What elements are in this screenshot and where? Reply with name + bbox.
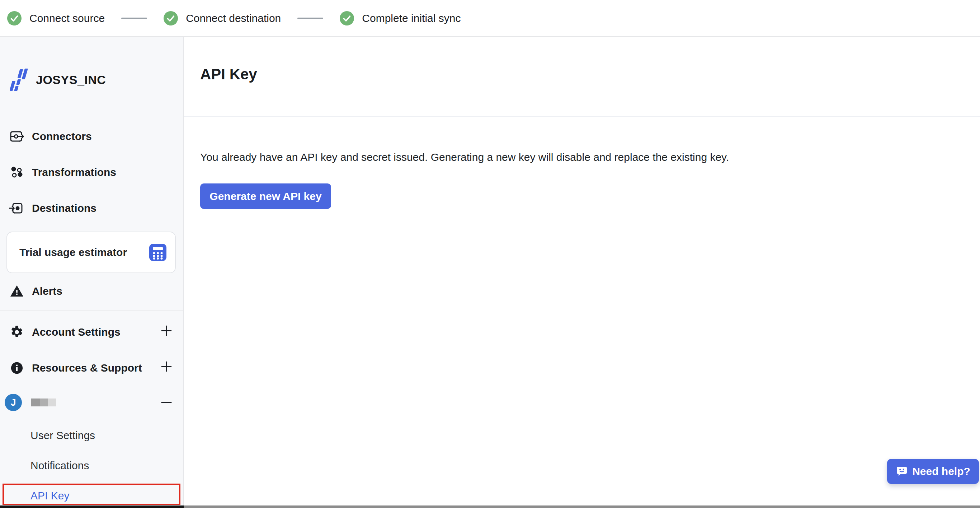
step-connect-destination[interactable]: Connect destination (164, 11, 281, 26)
step-connect-source[interactable]: Connect source (7, 11, 105, 26)
gear-icon (9, 325, 25, 339)
connectors-icon (9, 129, 25, 144)
sidebar-item-notifications[interactable]: Notifications (30, 458, 89, 473)
sidebar-item-user-settings[interactable]: User Settings (30, 428, 95, 443)
step-label: Connect destination (186, 12, 281, 24)
info-icon (9, 361, 25, 375)
workspace-name: JOSYS_INC (36, 73, 106, 87)
page-title: API Key (200, 66, 257, 83)
generate-api-key-button[interactable]: Generate new API key (200, 184, 331, 209)
sidebar-item-account-settings[interactable]: Account Settings (0, 323, 183, 341)
sidebar-item-label: Resources & Support (32, 362, 142, 374)
destinations-icon (9, 201, 25, 216)
trial-usage-estimator-label: Trial usage estimator (19, 246, 148, 259)
sidebar-item-label: API Key (30, 490, 69, 502)
sidebar-item-user[interactable]: J (0, 392, 183, 412)
step-label: Connect source (29, 12, 105, 24)
avatar: J (5, 394, 22, 411)
step-label: Complete initial sync (362, 12, 461, 24)
check-circle-icon (7, 11, 22, 26)
check-circle-icon (164, 11, 178, 26)
sidebar-item-resources-support[interactable]: Resources & Support (0, 359, 183, 377)
plus-icon[interactable] (160, 360, 173, 373)
transformations-icon (9, 165, 25, 179)
sidebar-item-label: Transformations (32, 166, 116, 179)
check-circle-icon (340, 11, 354, 26)
sidebar-item-label: Alerts (32, 285, 62, 297)
need-help-button[interactable]: Need help? (887, 459, 979, 484)
trial-usage-estimator-card[interactable]: Trial usage estimator (6, 232, 176, 273)
bottom-edge-strip (0, 505, 980, 508)
api-key-description: You already have an API key and secret i… (200, 151, 729, 163)
content-divider (184, 116, 980, 117)
sidebar-item-destinations[interactable]: Destinations (0, 199, 183, 217)
onboarding-progress-bar: Connect source Connect destination Compl… (0, 0, 980, 37)
sidebar-divider (0, 310, 183, 310)
sidebar-item-connectors[interactable]: Connectors (0, 128, 183, 145)
sidebar-item-label: Account Settings (32, 326, 121, 338)
step-connector-line (121, 18, 147, 19)
app-logo-icon (10, 69, 29, 91)
step-connector-line (298, 18, 323, 19)
sidebar-item-alerts[interactable]: Alerts (0, 282, 183, 300)
warning-icon (9, 284, 25, 298)
calculator-icon (148, 243, 167, 262)
main-content: API Key You already have an API key and … (184, 37, 980, 508)
plus-icon[interactable] (160, 324, 173, 337)
sidebar: JOSYS_INC Connectors Transformations (0, 37, 184, 508)
need-help-label: Need help? (912, 465, 970, 478)
sidebar-item-transformations[interactable]: Transformations (0, 163, 183, 181)
sidebar-item-label: Notifications (30, 460, 89, 472)
workspace-logo-row[interactable]: JOSYS_INC (10, 69, 106, 91)
sidebar-item-label: Connectors (32, 130, 92, 142)
redacted-user-name (31, 398, 56, 406)
annotation-red-box (3, 484, 180, 505)
step-complete-initial-sync[interactable]: Complete initial sync (340, 11, 461, 26)
sidebar-item-label: User Settings (30, 430, 95, 442)
minus-icon[interactable] (160, 396, 173, 409)
chat-smiley-icon (896, 465, 908, 478)
sidebar-item-label: Destinations (32, 202, 97, 214)
sidebar-item-api-key[interactable]: API Key (30, 489, 69, 503)
